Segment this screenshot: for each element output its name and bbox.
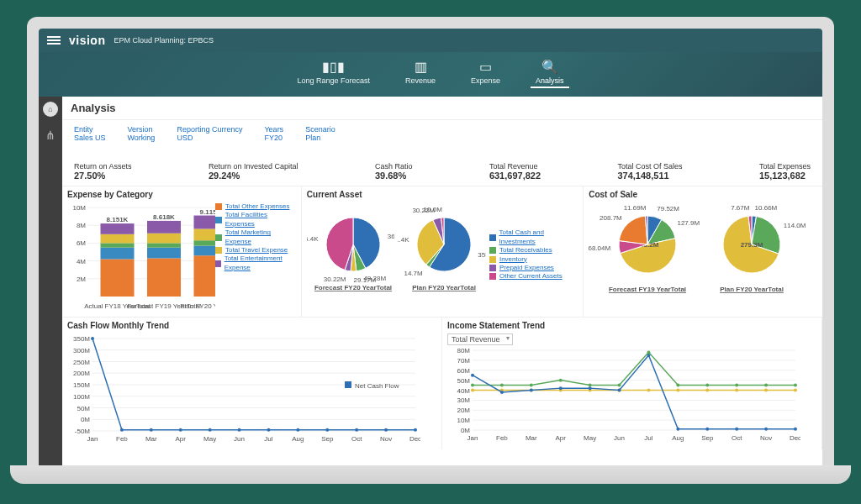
- svg-text:70M: 70M: [457, 357, 470, 365]
- svg-point-130: [500, 384, 504, 387]
- svg-rect-27: [194, 228, 216, 240]
- svg-rect-17: [147, 258, 181, 297]
- tab-analysis[interactable]: 🔍Analysis: [531, 57, 569, 88]
- svg-point-161: [705, 428, 709, 431]
- svg-point-90: [238, 428, 241, 432]
- rail-node-icon[interactable]: ⋔: [45, 129, 55, 142]
- svg-point-160: [676, 428, 679, 431]
- svg-text:127.9M: 127.9M: [678, 219, 700, 227]
- income-series-dropdown[interactable]: Total Revenue: [447, 333, 513, 345]
- svg-point-150: [735, 389, 738, 392]
- panel-title: Income Statement Trend: [447, 321, 816, 330]
- svg-text:Jun: Jun: [234, 435, 245, 443]
- svg-text:Mar: Mar: [526, 434, 537, 442]
- svg-point-137: [705, 384, 709, 387]
- svg-text:30M: 30M: [457, 396, 470, 404]
- svg-text:30.22M: 30.22M: [324, 276, 346, 283]
- svg-text:Oct: Oct: [351, 435, 362, 443]
- svg-text:68.04M: 68.04M: [589, 244, 611, 252]
- svg-point-135: [647, 350, 650, 354]
- svg-point-148: [676, 389, 679, 392]
- svg-text:8.618K: 8.618K: [153, 213, 175, 221]
- rail-app-icon[interactable]: ⌂: [43, 102, 58, 117]
- svg-point-87: [150, 428, 153, 432]
- filter-entity[interactable]: EntitySales US: [74, 125, 106, 142]
- panel-title: Cost of Sale: [589, 190, 817, 199]
- svg-point-134: [618, 384, 621, 387]
- svg-text:79.52M: 79.52M: [658, 205, 680, 213]
- svg-point-129: [471, 384, 474, 387]
- menu-icon[interactable]: [47, 36, 61, 45]
- svg-text:60M: 60M: [457, 367, 470, 375]
- panel-expense-by-category: Expense by Category 2M4M6M8M10M8.151KAct…: [62, 186, 302, 317]
- panel-title: Current Asset: [307, 190, 578, 199]
- panel-cash-flow-trend: Cash Flow Monthly Trend -50M0M50M100M150…: [62, 318, 442, 449]
- kpi-roa: Return on Assets27.50%: [74, 162, 132, 181]
- svg-text:-50M: -50M: [75, 428, 91, 435]
- svg-text:Feb: Feb: [116, 435, 128, 443]
- svg-rect-28: [194, 216, 216, 229]
- svg-point-149: [705, 389, 709, 392]
- current-asset-legend: Total Cash and InvestmentsTotal Receivab…: [489, 228, 578, 281]
- svg-text:Aug: Aug: [292, 435, 304, 443]
- svg-text:Dec: Dec: [409, 435, 420, 443]
- svg-point-132: [559, 379, 563, 382]
- svg-text:Plan FY20 YearTotal: Plan FY20 YearTotal: [720, 286, 784, 293]
- kpi-roic: Return on Invested Capital29.24%: [209, 162, 298, 181]
- svg-point-152: [794, 389, 797, 392]
- filter-version[interactable]: VersionWorking: [128, 125, 156, 142]
- svg-point-139: [764, 384, 768, 387]
- svg-text:20M: 20M: [457, 407, 470, 414]
- svg-text:4M: 4M: [77, 258, 86, 265]
- svg-text:Net Cash Flow: Net Cash Flow: [355, 382, 399, 390]
- svg-point-95: [384, 428, 388, 432]
- kpi-cost-of-sales: Total Cost Of Sales374,148,511: [617, 162, 682, 181]
- kpi-cash-ratio: Cash Ratio39.68%: [375, 162, 413, 181]
- svg-point-157: [589, 386, 592, 390]
- svg-point-85: [91, 337, 94, 340]
- svg-text:363.7M: 363.7M: [388, 233, 395, 240]
- svg-rect-14: [101, 223, 135, 234]
- brand-logo: vision: [69, 34, 105, 47]
- breadcrumb: EPM Cloud Planning: EPBCS: [114, 36, 214, 45]
- filter-years[interactable]: YearsFY20: [264, 125, 283, 142]
- svg-point-156: [559, 386, 563, 390]
- svg-text:Forecast FY20 YearTotal: Forecast FY20 YearTotal: [314, 284, 392, 291]
- tab-label: Analysis: [536, 76, 564, 85]
- tab-revenue[interactable]: ▥Revenue: [400, 57, 441, 88]
- svg-text:150M: 150M: [73, 381, 90, 389]
- svg-point-92: [296, 428, 299, 432]
- cost-of-sale-pie-plan: 10.66M114.0M279.3M7.67MPlan FY20 YearTot…: [705, 202, 806, 307]
- svg-text:0M: 0M: [81, 416, 90, 423]
- svg-rect-12: [101, 243, 135, 247]
- svg-text:2M: 2M: [77, 276, 86, 283]
- svg-text:Oct: Oct: [732, 434, 742, 442]
- svg-text:Apr: Apr: [556, 434, 567, 442]
- briefcase-icon: ▭: [471, 59, 500, 75]
- svg-text:300M: 300M: [73, 347, 90, 354]
- svg-text:0M: 0M: [461, 427, 470, 434]
- svg-text:10M: 10M: [72, 204, 86, 212]
- tab-long-range-forecast[interactable]: ▮▯▮Long Range Forecast: [292, 57, 375, 88]
- panel-title: Expense by Category: [67, 190, 296, 199]
- svg-point-158: [618, 389, 621, 392]
- svg-text:Nov: Nov: [760, 434, 772, 442]
- svg-point-93: [325, 428, 329, 432]
- income-line-chart: 0M10M20M30M40M50M60M70M80MJanFebMarAprMa…: [447, 345, 800, 442]
- panel-income-trend: Income Statement Trend Total Revenue 0M1…: [442, 318, 822, 449]
- tab-expense[interactable]: ▭Expense: [466, 57, 505, 88]
- page-title-row: Analysis: [62, 97, 822, 120]
- filter-currency[interactable]: Reporting CurrencyUSD: [177, 125, 242, 142]
- svg-point-86: [120, 428, 124, 432]
- svg-text:350M: 350M: [73, 335, 90, 343]
- tab-label: Revenue: [405, 76, 436, 85]
- filter-scenario[interactable]: ScenarioPlan: [305, 125, 335, 142]
- svg-text:8.151K: 8.151K: [107, 216, 129, 223]
- laptop-base: [10, 465, 851, 484]
- svg-point-131: [530, 384, 533, 387]
- svg-rect-18: [147, 248, 181, 259]
- current-asset-pie-plan: 355.6M14.7M191.4K30.22M10.0MPlan FY20 Ye…: [398, 202, 486, 307]
- svg-text:Sep: Sep: [321, 435, 334, 443]
- pov-filter-bar: EntitySales US VersionWorking Reporting …: [62, 120, 822, 147]
- svg-text:Plan FY20 YearTotal: Plan FY20 YearTotal: [413, 284, 477, 291]
